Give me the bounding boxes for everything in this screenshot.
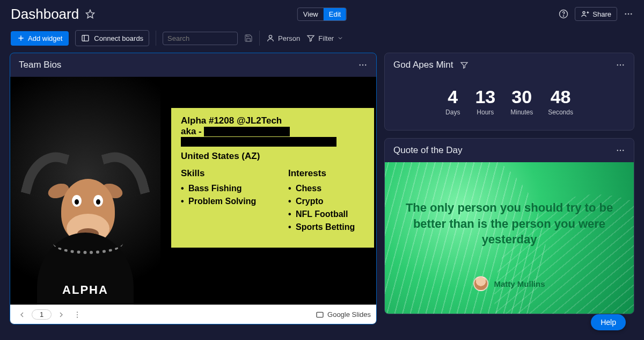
quote-author-name: Matty Mullins: [494, 279, 545, 288]
countdown-label: Seconds: [548, 108, 573, 116]
quote-widget: Quote of the Day The only person you sho…: [384, 138, 634, 314]
quote-title: Quote of the Day: [393, 145, 463, 156]
interest-item: NFL Football: [296, 208, 355, 221]
svg-rect-16: [317, 312, 323, 317]
help-label: Help: [601, 318, 616, 327]
svg-point-3: [583, 11, 585, 13]
bio-card: Alpha #1208 @JL2Tech aka - United States…: [171, 108, 374, 248]
bio-location: United States (AZ): [181, 151, 364, 162]
person-filter-button[interactable]: Person: [266, 34, 300, 42]
toolbar: Add widget Connect boards Person Filter: [0, 26, 644, 53]
countdown-label: Minutes: [510, 108, 533, 116]
quote-body: The only person you should try to be bet…: [385, 162, 634, 314]
save-icon[interactable]: [244, 34, 253, 42]
svg-point-20: [617, 150, 618, 151]
edit-tab[interactable]: Edit: [324, 8, 346, 20]
svg-point-5: [628, 13, 630, 15]
countdown-value: 48: [548, 86, 573, 107]
svg-rect-7: [82, 35, 89, 41]
view-edit-toggle: View Edit: [297, 8, 347, 21]
svg-point-9: [269, 35, 272, 38]
interests-heading: Interests: [288, 168, 355, 179]
favorite-star-icon[interactable]: [85, 9, 95, 19]
svg-marker-0: [86, 10, 94, 18]
redacted-text: [204, 127, 290, 136]
countdown-value: 30: [510, 86, 533, 107]
author-avatar: [473, 276, 488, 291]
add-widget-label: Add widget: [28, 34, 62, 42]
slides-footer: 1 Google Slides: [10, 305, 376, 324]
connect-boards-label: Connect boards: [94, 34, 143, 42]
skills-heading: Skills: [181, 168, 272, 179]
bio-avatar-image: ALPHA: [10, 77, 160, 324]
countdown-title: God Apes Mint: [393, 60, 453, 70]
next-slide-icon[interactable]: [55, 308, 68, 321]
connect-boards-button[interactable]: Connect boards: [75, 30, 149, 46]
slides-provider-icon: [316, 310, 324, 319]
svg-point-13: [77, 312, 78, 313]
team-bios-title: Team Bios: [19, 60, 61, 70]
bio-aka-prefix: aka -: [181, 126, 202, 137]
skill-item: Problem Solving: [188, 195, 272, 208]
svg-point-2: [564, 16, 564, 16]
widget-more-icon[interactable]: [616, 146, 625, 155]
countdown-value: 4: [445, 86, 460, 107]
bio-name: Alpha #1208 @JL2Tech: [181, 115, 364, 126]
search-box[interactable]: [163, 32, 238, 45]
team-bios-body: ALPHA Alpha #1208 @JL2Tech aka - United …: [10, 77, 376, 324]
svg-point-21: [620, 150, 621, 151]
redacted-text-2: [181, 137, 336, 147]
interest-item: Chess: [296, 182, 355, 195]
quote-text: The only person you should try to be bet…: [396, 200, 623, 248]
share-label: Share: [592, 10, 611, 18]
widget-more-icon[interactable]: [358, 60, 368, 70]
countdown-filter-icon[interactable]: [460, 61, 469, 69]
more-menu-icon[interactable]: [624, 9, 633, 19]
svg-point-10: [360, 64, 361, 66]
countdown-body: 4Days 13Hours 30Minutes 48Seconds: [385, 77, 634, 130]
countdown-label: Days: [445, 108, 460, 116]
svg-point-17: [617, 64, 618, 66]
slide-page-number[interactable]: 1: [32, 309, 52, 320]
avatar-shirt-text: ALPHA: [21, 283, 150, 297]
interest-item: Sports Betting: [296, 221, 355, 234]
countdown-widget: God Apes Mint 4Days 13Hours 30Minutes 48…: [384, 53, 634, 131]
filter-label: Filter: [318, 34, 334, 42]
countdown-label: Hours: [475, 108, 495, 116]
add-widget-button[interactable]: Add widget: [11, 31, 69, 46]
view-tab[interactable]: View: [298, 8, 324, 20]
skill-item: Bass Fishing: [188, 182, 272, 195]
help-button[interactable]: Help: [591, 314, 626, 330]
svg-point-18: [620, 64, 621, 66]
page-title: Dashboard: [11, 6, 79, 23]
svg-point-14: [77, 314, 78, 315]
svg-point-15: [77, 316, 78, 317]
toolbar-divider: [156, 31, 156, 46]
person-label: Person: [278, 34, 300, 42]
svg-point-12: [365, 64, 366, 66]
slide-menu-icon[interactable]: [71, 308, 84, 321]
countdown-value: 13: [475, 86, 495, 107]
dashboard-board: Team Bios: [0, 53, 644, 324]
svg-point-11: [362, 64, 363, 66]
chevron-down-icon: [337, 35, 343, 41]
toolbar-divider-2: [259, 31, 260, 46]
svg-point-4: [625, 13, 626, 15]
svg-point-19: [623, 64, 624, 66]
share-button[interactable]: Share: [575, 7, 617, 21]
slides-provider-label: Google Slides: [327, 310, 371, 319]
interest-item: Crypto: [296, 195, 355, 208]
svg-point-6: [631, 13, 632, 15]
svg-point-22: [623, 150, 624, 151]
header: Dashboard View Edit Share: [0, 0, 644, 26]
filter-button[interactable]: Filter: [306, 34, 343, 42]
team-bios-widget: Team Bios: [10, 53, 377, 324]
help-icon[interactable]: [559, 9, 568, 19]
widget-more-icon[interactable]: [616, 60, 625, 70]
prev-slide-icon[interactable]: [16, 308, 28, 321]
